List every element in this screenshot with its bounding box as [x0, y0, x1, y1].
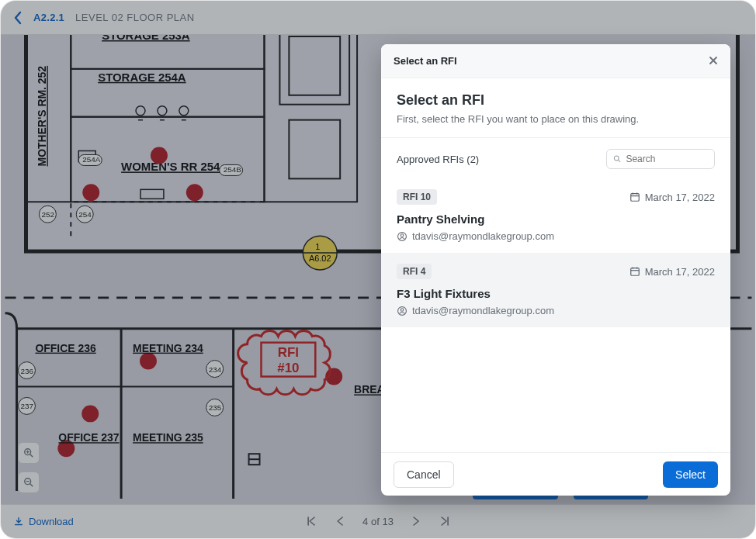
- person-icon: [397, 306, 407, 316]
- rfi-title: Pantry Shelving: [397, 212, 715, 226]
- calendar-icon: [629, 192, 640, 202]
- rfi-from: tdavis@raymondlakegroup.com: [397, 305, 715, 316]
- rfi-badge: RFI 10: [397, 189, 437, 205]
- approved-count-label: Approved RFIs (2): [397, 154, 479, 165]
- svg-rect-55: [630, 194, 639, 202]
- modal-subheading: First, select the RFI you want to place …: [397, 113, 715, 125]
- modal-titlebar-label: Select an RFI: [394, 55, 457, 67]
- modal-close-button[interactable]: [709, 54, 718, 68]
- rfi-item[interactable]: RFI 4 March 17, 2022 F3 Light Fixtures t…: [381, 253, 730, 327]
- calendar-icon: [629, 266, 640, 277]
- svg-point-53: [614, 156, 619, 161]
- rfi-date: March 17, 2022: [629, 192, 715, 203]
- person-icon: [397, 231, 407, 242]
- rfi-list: RFI 10 March 17, 2022 Pantry Shelving td…: [381, 178, 730, 452]
- svg-rect-61: [630, 268, 639, 276]
- close-icon: [709, 56, 718, 65]
- rfi-date: March 17, 2022: [629, 266, 715, 278]
- search-input[interactable]: [626, 154, 708, 164]
- search-input-wrapper[interactable]: [606, 149, 715, 169]
- select-button[interactable]: Select: [663, 461, 718, 488]
- modal-header: Select an RFI First, select the RFI you …: [381, 78, 730, 138]
- modal-titlebar: Select an RFI: [381, 44, 730, 78]
- rfi-badge: RFI 4: [397, 264, 432, 279]
- search-icon: [613, 154, 621, 164]
- viewer-frame: MOTHER'S RM. 252 STORAGE 253A STORAGE 25…: [0, 0, 756, 539]
- svg-line-54: [618, 160, 620, 162]
- select-rfi-modal: Select an RFI Select an RFI First, selec…: [381, 44, 730, 496]
- svg-point-60: [401, 233, 404, 237]
- svg-point-66: [401, 308, 404, 311]
- rfi-item[interactable]: RFI 10 March 17, 2022 Pantry Shelving td…: [381, 178, 730, 253]
- modal-heading: Select an RFI: [397, 92, 715, 109]
- rfi-title: F3 Light Fixtures: [397, 287, 715, 300]
- modal-filter-row: Approved RFIs (2): [381, 138, 730, 178]
- cancel-button[interactable]: Cancel: [394, 461, 454, 488]
- rfi-from: tdavis@raymondlakegroup.com: [397, 230, 715, 242]
- modal-footer: Cancel Select: [381, 452, 730, 496]
